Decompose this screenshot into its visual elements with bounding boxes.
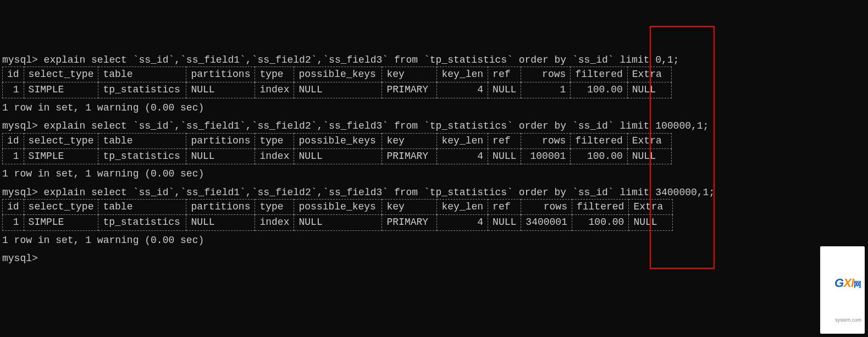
mysql-prompt: mysql> — [2, 253, 38, 264]
col-header-id: id — [3, 67, 24, 82]
watermark-cn: 网 — [854, 280, 861, 289]
cell-select_type: SIMPLE — [24, 148, 98, 164]
col-header-ref: ref — [488, 67, 521, 82]
explain-result-table: idselect_typetablepartitionstypepossible… — [2, 67, 672, 98]
mysql-prompt: mysql> — [2, 187, 38, 198]
col-header-partitions: partitions — [186, 133, 255, 148]
col-header-key: key — [382, 67, 437, 82]
cell-filtered: 100.00 — [571, 148, 627, 164]
col-header-key_len: key_len — [437, 200, 488, 215]
col-header-Extra: Extra — [627, 133, 671, 148]
table-row: 1SIMPLEtp_statisticsNULLindexNULLPRIMARY… — [3, 148, 672, 164]
terminal-output: mysql> explain select `ss_id`,`ss_field1… — [2, 54, 868, 266]
cell-key_len: 4 — [437, 82, 488, 98]
col-header-filtered: filtered — [571, 133, 627, 148]
col-header-id: id — [3, 133, 24, 148]
cell-table: tp_statistics — [98, 148, 186, 164]
cell-partitions: NULL — [186, 215, 255, 230]
col-header-partitions: partitions — [186, 200, 255, 215]
col-header-Extra: Extra — [627, 67, 671, 82]
cell-rows: 1 — [521, 82, 571, 98]
sql-text: explain select `ss_id`,`ss_field1`,`ss_f… — [38, 120, 709, 131]
col-header-table: table — [98, 133, 186, 148]
cell-partitions: NULL — [186, 82, 255, 98]
col-header-type: type — [255, 133, 294, 148]
sql-text: explain select `ss_id`,`ss_field1`,`ss_f… — [38, 54, 679, 65]
explain-result-table: idselect_typetablepartitionstypepossible… — [2, 133, 672, 165]
cell-key_len: 4 — [437, 215, 488, 230]
col-header-select_type: select_type — [24, 67, 98, 82]
table-row: 1SIMPLEtp_statisticsNULLindexNULLPRIMARY… — [3, 82, 672, 98]
cell-ref: NULL — [488, 148, 521, 164]
cell-Extra: NULL — [627, 148, 671, 164]
query-block: mysql> explain select `ss_id`,`ss_field1… — [2, 186, 868, 247]
explain-result-table: idselect_typetablepartitionstypepossible… — [2, 199, 673, 231]
query-block: mysql> explain select `ss_id`,`ss_field1… — [2, 54, 868, 115]
cell-rows: 3400001 — [521, 215, 572, 230]
status-line: 1 row in set, 1 warning (0.00 sec) — [2, 102, 868, 114]
sql-text: explain select `ss_id`,`ss_field1`,`ss_f… — [38, 187, 715, 198]
cell-id: 1 — [3, 215, 24, 230]
col-header-rows: rows — [521, 200, 572, 215]
cell-filtered: 100.00 — [571, 82, 627, 98]
cell-id: 1 — [3, 148, 24, 164]
mysql-prompt-idle[interactable]: mysql> — [2, 252, 868, 265]
cell-type: index — [255, 82, 294, 98]
cell-possible_keys: NULL — [294, 82, 382, 98]
col-header-Extra: Extra — [629, 200, 673, 215]
col-header-key: key — [382, 200, 437, 215]
col-header-filtered: filtered — [572, 200, 628, 215]
cell-partitions: NULL — [186, 148, 255, 164]
col-header-rows: rows — [521, 67, 571, 82]
cell-key: PRIMARY — [382, 215, 437, 230]
status-line: 1 row in set, 1 warning (0.00 sec) — [2, 234, 868, 247]
cell-table: tp_statistics — [98, 215, 186, 230]
col-header-possible_keys: possible_keys — [294, 133, 382, 148]
watermark-xi: XI — [843, 276, 854, 290]
query-block: mysql> explain select `ss_id`,`ss_field1… — [2, 120, 868, 181]
watermark-sub: system.com — [823, 318, 861, 323]
cell-select_type: SIMPLE — [24, 82, 98, 98]
col-header-ref: ref — [488, 200, 521, 215]
cell-key_len: 4 — [437, 148, 488, 164]
col-header-key_len: key_len — [437, 133, 488, 148]
cell-possible_keys: NULL — [294, 215, 382, 230]
col-header-select_type: select_type — [24, 200, 98, 215]
col-header-table: table — [98, 67, 186, 82]
col-header-possible_keys: possible_keys — [294, 200, 382, 215]
table-row: 1SIMPLEtp_statisticsNULLindexNULLPRIMARY… — [3, 215, 673, 230]
cell-type: index — [255, 215, 294, 230]
col-header-key: key — [382, 133, 437, 148]
cell-Extra: NULL — [627, 82, 671, 98]
col-header-type: type — [255, 200, 294, 215]
cell-select_type: SIMPLE — [24, 215, 98, 230]
cell-rows: 100001 — [521, 148, 571, 164]
cell-ref: NULL — [488, 82, 521, 98]
cell-id: 1 — [3, 82, 24, 98]
cell-ref: NULL — [488, 215, 521, 230]
sql-command-line: mysql> explain select `ss_id`,`ss_field1… — [2, 120, 868, 132]
cell-type: index — [255, 148, 294, 164]
col-header-partitions: partitions — [186, 67, 255, 82]
mysql-prompt: mysql> — [2, 54, 38, 65]
sql-command-line: mysql> explain select `ss_id`,`ss_field1… — [2, 186, 868, 199]
col-header-type: type — [255, 67, 294, 82]
cell-Extra: NULL — [629, 215, 673, 230]
col-header-ref: ref — [488, 133, 521, 148]
watermark-logo: GXI网 system.com — [820, 246, 865, 334]
cell-key: PRIMARY — [382, 148, 437, 164]
cell-filtered: 100.00 — [572, 215, 628, 230]
col-header-table: table — [98, 200, 186, 215]
col-header-rows: rows — [521, 133, 571, 148]
mysql-prompt: mysql> — [2, 120, 38, 131]
sql-command-line: mysql> explain select `ss_id`,`ss_field1… — [2, 54, 868, 67]
cell-possible_keys: NULL — [294, 148, 382, 164]
col-header-possible_keys: possible_keys — [294, 67, 382, 82]
col-header-id: id — [3, 200, 24, 215]
col-header-filtered: filtered — [571, 67, 627, 82]
cell-table: tp_statistics — [98, 82, 186, 98]
status-line: 1 row in set, 1 warning (0.00 sec) — [2, 168, 868, 180]
col-header-key_len: key_len — [437, 67, 488, 82]
cell-key: PRIMARY — [382, 82, 437, 98]
col-header-select_type: select_type — [24, 133, 98, 148]
